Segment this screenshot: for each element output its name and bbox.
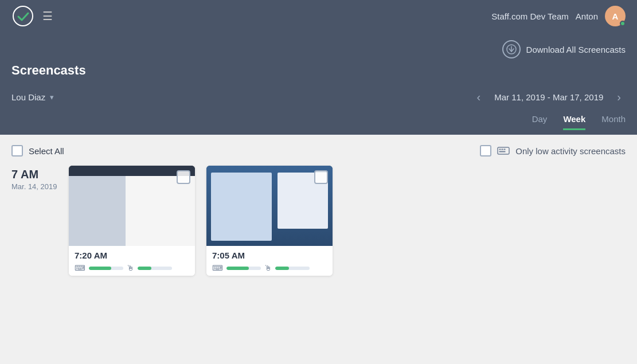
svg-rect-3 (498, 147, 509, 154)
thumb-main (126, 176, 195, 246)
svg-point-0 (13, 6, 33, 26)
navbar-right: Staff.com Dev Team Anton A (491, 6, 626, 26)
tab-month[interactable]: Month (601, 114, 626, 130)
screencasts-grid: 7 AM Mar. 14, 2019 7:20 AM ⌨ (11, 166, 626, 276)
card-info-1: 7:20 AM ⌨ 🖱 (69, 246, 195, 276)
svg-rect-4 (499, 149, 501, 150)
date-label: Mar. 14, 2019 (11, 182, 69, 191)
time-label-col: 7 AM Mar. 14, 2019 (11, 166, 69, 276)
card-time-1: 7:20 AM (75, 251, 189, 260)
svg-rect-7 (499, 151, 506, 152)
mouse-stat-fill-2 (275, 267, 289, 270)
svg-rect-6 (504, 149, 506, 150)
low-activity-label: Only low activity screencasts (515, 146, 626, 156)
mouse-stat-bar-2 (275, 267, 310, 270)
chevron-down-icon: ▾ (50, 93, 54, 101)
app-logo[interactable] (11, 5, 34, 28)
menu-icon[interactable]: ☰ (42, 9, 53, 23)
content-area: Select All Only low activity screencasts… (0, 135, 637, 276)
low-activity-wrap[interactable]: Only low activity screencasts (480, 145, 626, 156)
card-time-2: 7:05 AM (212, 251, 327, 260)
screencast-card: 7:20 AM ⌨ 🖱 (69, 166, 195, 276)
time-label: 7 AM (11, 168, 69, 181)
team-name: Staff.com Dev Team (491, 11, 569, 21)
card-thumbnail-2[interactable] (206, 166, 333, 246)
svg-rect-5 (502, 149, 503, 150)
top-section-spacer (11, 130, 626, 135)
download-all-button[interactable]: Download All Screencasts (502, 40, 626, 58)
low-activity-checkbox[interactable] (480, 145, 491, 156)
screencast-card-2: 7:05 AM ⌨ 🖱 (206, 166, 333, 276)
download-bar: Download All Screencasts (11, 32, 626, 63)
user-dropdown[interactable]: Lou Diaz ▾ (11, 92, 54, 102)
card-stats-2: ⌨ 🖱 (212, 264, 327, 272)
mouse-stat-bar-1 (138, 267, 172, 270)
screencasts-header: Screencasts (11, 63, 626, 84)
keyboard-stat-icon-1: ⌨ (75, 264, 85, 272)
mouse-stat-icon-2: 🖱 (264, 264, 272, 272)
view-tabs: Day Week Month (11, 106, 626, 130)
mouse-stat-icon-1: 🖱 (127, 264, 134, 272)
navbar: ☰ Staff.com Dev Team Anton A (0, 0, 637, 32)
user-name: Anton (576, 11, 598, 21)
thumbnail-content-1 (69, 176, 195, 246)
tab-week[interactable]: Week (563, 114, 585, 130)
select-all-wrap[interactable]: Select All (11, 145, 64, 156)
low-activity-icon (497, 147, 510, 155)
page-title: Screencasts (11, 63, 86, 78)
cards-row: 7:20 AM ⌨ 🖱 (69, 166, 333, 276)
card-thumbnail-1[interactable] (69, 166, 195, 246)
select-all-label: Select All (29, 146, 64, 156)
card-checkbox-1[interactable] (177, 170, 190, 184)
tab-day[interactable]: Day (532, 114, 548, 130)
card-info-2: 7:05 AM ⌨ 🖱 (206, 246, 333, 276)
keyboard-stat-bar-2 (226, 267, 261, 270)
date-range-label: Mar 11, 2019 - Mar 17, 2019 (494, 92, 603, 102)
avatar-initial: A (612, 11, 619, 21)
filter-bar: Select All Only low activity screencasts (11, 145, 626, 156)
prev-date-button[interactable]: ‹ (472, 88, 486, 106)
online-indicator (620, 21, 626, 26)
download-icon (502, 40, 521, 58)
keyboard-stat-fill-2 (226, 267, 249, 270)
controls-row: Lou Diaz ▾ ‹ Mar 11, 2019 - Mar 17, 2019… (11, 84, 626, 106)
download-all-label: Download All Screencasts (526, 45, 626, 54)
thumb-sidebar (69, 176, 126, 246)
thumb-2-panel-left (211, 173, 272, 241)
card-stats-1: ⌨ 🖱 (75, 264, 189, 272)
keyboard-stat-icon-2: ⌨ (212, 264, 223, 272)
date-navigator: ‹ Mar 11, 2019 - Mar 17, 2019 › (472, 88, 626, 106)
select-all-checkbox[interactable] (11, 145, 23, 156)
top-section: Download All Screencasts Screencasts Lou… (0, 32, 637, 135)
avatar[interactable]: A (605, 6, 626, 26)
keyboard-stat-fill-1 (89, 267, 111, 270)
selected-user-label: Lou Diaz (11, 92, 45, 102)
keyboard-stat-bar-1 (89, 267, 123, 270)
mouse-stat-fill-1 (138, 267, 151, 270)
next-date-button[interactable]: › (612, 88, 626, 106)
card-checkbox-2[interactable] (314, 170, 328, 184)
